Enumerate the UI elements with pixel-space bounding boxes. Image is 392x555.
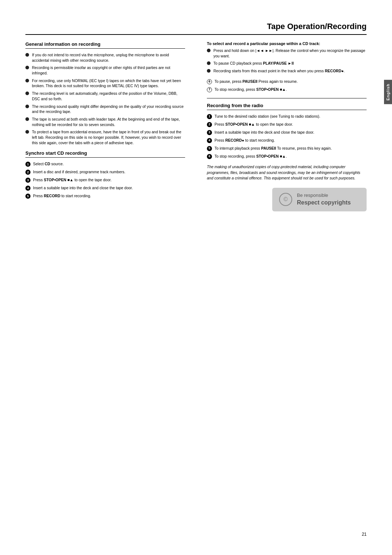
list-item-text: Press RECORD● to start recording. — [215, 138, 275, 143]
list-item: To protect a tape from accidental erasur… — [25, 129, 185, 145]
list-item-text: Press STOP•OPEN ■▲ to open the tape door… — [33, 177, 111, 183]
section-synchro-title: Synchro start CD recording — [25, 150, 185, 158]
list-item: 4 Insert a suitable tape into the deck a… — [25, 185, 185, 191]
bullet-icon — [207, 61, 211, 65]
section-general-title: General information on recording — [25, 41, 185, 49]
list-item: Recording starts from this exact point i… — [207, 68, 367, 74]
step-number: 2 — [25, 170, 30, 175]
list-item-text: The recording level is set automatically… — [32, 91, 185, 101]
bullet-icon — [25, 117, 29, 121]
bullet-icon — [207, 49, 211, 52]
step-number: 3 — [25, 178, 30, 183]
step-number: 4 — [25, 186, 30, 191]
bullet-icon — [25, 92, 29, 95]
list-item: The recording level is set automatically… — [25, 91, 185, 101]
bullet-icon — [25, 105, 29, 108]
copyright-icon: © — [279, 193, 293, 206]
list-item-text: Press and hold down on |◄◄ ►►|. Release … — [213, 48, 367, 58]
responsible-text: Be responsible Respect copyrights — [297, 192, 351, 207]
list-item: 6 To pause, press PAUSEII Press again to… — [207, 79, 367, 84]
step-number: 7 — [207, 87, 212, 92]
radio-steps-list: 1 Tune to the desired radio station (see… — [207, 114, 367, 159]
list-item-text: If you do not intend to record via the m… — [32, 52, 185, 63]
list-item-text: For recording, use only NORMAL (IEC type… — [32, 78, 185, 89]
list-item: 3 Insert a suitable tape into the deck a… — [207, 130, 367, 135]
page-number: 21 — [362, 532, 367, 537]
responsible-box: © Be responsible Respect copyrights — [272, 188, 367, 211]
step-number: 1 — [25, 162, 30, 167]
list-item: 5 To interrupt playback press PAUSEII To… — [207, 146, 367, 151]
responsible-line1: Be responsible — [297, 192, 351, 199]
step-number: 6 — [207, 154, 212, 159]
list-item-text: Insert a disc and if desired, programme … — [33, 169, 125, 175]
list-item: The tape is secured at both ends with le… — [25, 117, 185, 127]
list-item: 1 Select CD source. — [25, 161, 185, 167]
list-item: 4 Press RECORD● to start recording. — [207, 138, 367, 143]
general-info-list: If you do not intend to record via the m… — [25, 52, 185, 145]
right-section-cd-track: To select and record a particular passag… — [207, 41, 367, 92]
list-item: 6 To stop recording, press STOP•OPEN ■▲. — [207, 154, 367, 159]
section-radio-title: Recording from the radio — [207, 103, 367, 110]
copyright-disclaimer: The making of unauthorized copies of cop… — [207, 164, 367, 181]
list-item-text: Insert a suitable tape into the deck and… — [33, 185, 133, 191]
page: Tape Operation/Recording English General… — [0, 0, 392, 555]
page-title: Tape Operation/Recording — [25, 22, 367, 35]
list-item-text: Tune to the desired radio station (see T… — [215, 114, 320, 119]
bullet-icon — [25, 66, 29, 69]
bullet-icon — [207, 69, 211, 73]
list-item: 3 Press STOP•OPEN ■▲ to open the tape do… — [25, 177, 185, 183]
list-item-text: To pause CD playback press PLAY/PAUSE ►I… — [213, 61, 294, 66]
step-number: 3 — [207, 130, 212, 135]
list-item: For recording, use only NORMAL (IEC type… — [25, 78, 185, 89]
list-item-text: To protect a tape from accidental erasur… — [32, 129, 185, 145]
list-item: To pause CD playback press PLAY/PAUSE ►I… — [207, 61, 367, 66]
list-item: If you do not intend to record via the m… — [25, 52, 185, 63]
list-item: 2 Press STOP•OPEN ■▲ to open the tape do… — [207, 122, 367, 127]
list-item: 5 Press RECORD to start recording. — [25, 193, 185, 199]
step-number: 5 — [25, 194, 30, 199]
section-divider — [207, 98, 367, 98]
bullet-icon — [25, 53, 29, 57]
list-item: Press and hold down on |◄◄ ►►|. Release … — [207, 48, 367, 58]
list-item-text: The recording sound quality might differ… — [32, 104, 185, 114]
svg-text:©: © — [283, 196, 288, 202]
list-item-text: To stop recording, press STOP•OPEN ■▲. — [215, 87, 287, 92]
step-number: 6 — [207, 79, 212, 84]
bullet-icon — [25, 79, 29, 82]
step-number: 4 — [207, 138, 212, 143]
bullet-icon — [25, 130, 29, 134]
list-item: Recording is permissible insofar as copy… — [25, 65, 185, 76]
list-item: 2 Insert a disc and if desired, programm… — [25, 169, 185, 175]
cd-track-numbered-list: 6 To pause, press PAUSEII Press again to… — [207, 79, 367, 92]
list-item-text: Recording starts from this exact point i… — [213, 68, 345, 74]
list-item-text: Recording is permissible insofar as copy… — [32, 65, 185, 76]
left-column: General information on recording If you … — [25, 41, 189, 211]
step-number: 2 — [207, 122, 212, 127]
english-tab: English — [384, 80, 392, 104]
right-column: To select and record a particular passag… — [203, 41, 367, 211]
list-item-text: To interrupt playback press PAUSEII To r… — [215, 146, 332, 151]
cd-track-bullet-list: Press and hold down on |◄◄ ►►|. Release … — [207, 48, 367, 74]
responsible-line2: Respect copyrights — [297, 199, 351, 207]
step-number: 5 — [207, 146, 212, 151]
list-item-text: Select CD source. — [33, 161, 64, 167]
list-item-text: Insert a suitable tape into the deck and… — [215, 130, 314, 135]
synchro-steps-list: 1 Select CD source. 2 Insert a disc and … — [25, 161, 185, 199]
list-item: 1 Tune to the desired radio station (see… — [207, 114, 367, 119]
list-item: 7 To stop recording, press STOP•OPEN ■▲. — [207, 87, 367, 92]
list-item-text: To pause, press PAUSEII Press again to r… — [215, 79, 298, 84]
list-item: The recording sound quality might differ… — [25, 104, 185, 114]
cd-track-title: To select and record a particular passag… — [207, 41, 367, 46]
list-item-text: Press STOP•OPEN ■▲ to open the tape door… — [215, 122, 293, 127]
content-columns: General information on recording If you … — [25, 41, 367, 211]
step-number: 1 — [207, 114, 212, 119]
list-item-text: The tape is secured at both ends with le… — [32, 117, 185, 127]
list-item-text: Press RECORD to start recording. — [33, 193, 91, 199]
list-item-text: To stop recording, press STOP•OPEN ■▲. — [215, 154, 287, 159]
